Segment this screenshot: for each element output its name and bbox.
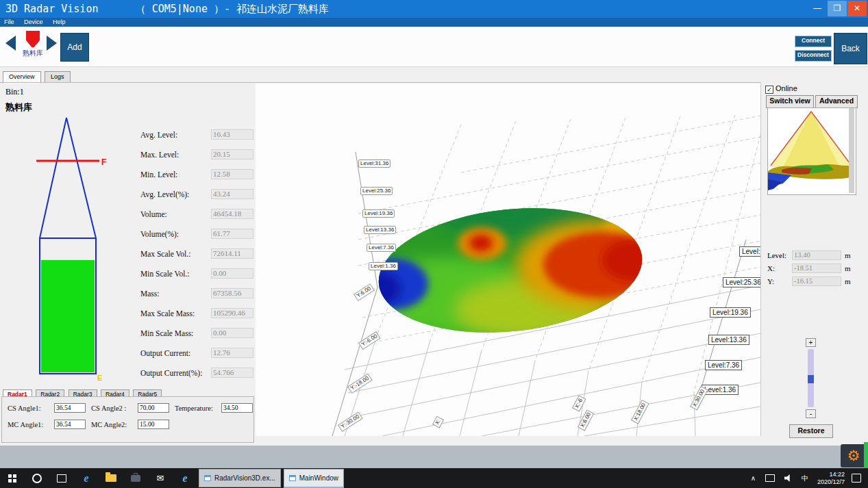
taskbar-app-radarvision[interactable]: RadarVision3D.ex... xyxy=(199,469,281,487)
silo-nav-item[interactable]: 熟料库 xyxy=(21,31,45,58)
silo-nav-label: 熟料库 xyxy=(21,49,45,58)
ie-icon: e xyxy=(182,472,187,485)
silo-diagram: F E xyxy=(31,114,110,382)
field-value: 67358.56 xyxy=(211,288,253,298)
measurement-fields: Avg. Level:16.43m Max. Level:20.15m Min.… xyxy=(140,125,256,383)
disconnect-button[interactable]: Disconnect xyxy=(795,50,832,62)
back-button[interactable]: Back xyxy=(834,33,867,64)
taskbar-app-label: RadarVision3D.ex... xyxy=(214,474,275,482)
field-row: Output Current(%):54.766% xyxy=(140,363,256,383)
speaker-icon[interactable] xyxy=(784,474,792,482)
field-value: 105290.46 xyxy=(211,308,253,318)
coord-label: X: xyxy=(767,264,792,272)
surface-blob xyxy=(357,193,677,347)
level-tick-label: Level:19.36 xyxy=(362,209,395,218)
level-tick-label: Level:1.36 xyxy=(369,262,398,270)
field-label: Volume: xyxy=(140,210,211,218)
start-button[interactable] xyxy=(0,468,25,488)
mail-button[interactable]: ✉ xyxy=(148,468,173,488)
menu-file[interactable]: File xyxy=(0,18,18,27)
mail-icon: ✉ xyxy=(157,473,164,483)
field-row: Min Scale Mass:0.00ton xyxy=(140,323,256,343)
right-panel: ✓Online Switch view Advanced Level:13.40… xyxy=(762,67,868,446)
action-center-icon[interactable] xyxy=(852,474,861,483)
zoom-out-button[interactable]: - xyxy=(806,409,816,418)
mc-angle2-input[interactable] xyxy=(138,420,169,429)
silo-fill-level xyxy=(41,260,95,372)
zoom-slider-handle[interactable] xyxy=(808,375,814,383)
temperature-input[interactable] xyxy=(221,403,253,413)
coord-unit: m xyxy=(845,251,851,259)
level-tick-label: Level:7.36 xyxy=(367,244,396,252)
advanced-button[interactable]: Advanced xyxy=(815,95,858,108)
silo-preview-thumbnail[interactable] xyxy=(767,107,856,195)
field-label: Avg. Level: xyxy=(140,131,211,139)
search-button[interactable] xyxy=(25,468,49,488)
online-checkbox[interactable]: ✓ xyxy=(765,86,773,94)
menu-device[interactable]: Device xyxy=(20,18,47,27)
coordinate-fields: Level:13.40m X:-18.51m Y:-16.15m xyxy=(767,248,867,287)
field-value: 46454.18 xyxy=(211,209,253,219)
file-explorer-button[interactable] xyxy=(99,468,123,488)
coord-value: 13.40 xyxy=(792,251,841,260)
zoom-slider-track[interactable] xyxy=(808,349,814,407)
clock-time: 14:22 xyxy=(817,471,845,478)
windows-logo-icon xyxy=(8,474,16,483)
field-row: Min. Level:12.58m xyxy=(140,164,256,184)
plot-3d-view[interactable]: Level:31.36 Level:25.36 Level:19.36 Leve… xyxy=(256,84,761,436)
task-view-button[interactable] xyxy=(49,468,74,488)
search-icon xyxy=(32,474,42,483)
restore-button[interactable]: Restore xyxy=(789,424,833,438)
switch-view-button[interactable]: Switch view xyxy=(766,95,814,108)
add-button[interactable]: Add xyxy=(60,33,89,62)
field-label: Avg. Level(%): xyxy=(140,190,211,198)
screenshot-edge-tab[interactable] xyxy=(864,442,868,470)
field-value: 72614.11 xyxy=(211,248,253,259)
titlebar[interactable]: 3D Radar Vision （ COM5|None ）- 祁连山水泥厂熟料库… xyxy=(0,0,868,18)
window-title: 3D Radar Vision （ COM5|None ）- 祁连山水泥厂熟料库 xyxy=(5,3,329,16)
nav-left-arrow[interactable] xyxy=(5,36,16,51)
clock-date: 2020/12/7 xyxy=(817,478,845,486)
minimize-button[interactable]: — xyxy=(808,1,827,16)
radar-panel: CS Angle1: CS Angle2 : Temperature: MC A… xyxy=(1,396,254,443)
close-button[interactable]: ✕ xyxy=(847,1,867,16)
online-checkbox-row[interactable]: ✓Online xyxy=(765,84,797,94)
field-value: 54.766 xyxy=(211,368,253,378)
system-tray: ∧ 中 14:22 2020/12/7 xyxy=(746,468,868,488)
nav-right-arrow[interactable] xyxy=(47,36,57,51)
field-row: Min Scale Vol.:0.00m^3 xyxy=(140,264,256,283)
field-value: 16.43 xyxy=(211,129,253,140)
field-label: Min Scale Mass: xyxy=(140,329,211,337)
field-row: Max. Level:20.15m xyxy=(140,144,256,164)
mc-angle1-input[interactable] xyxy=(54,420,86,429)
field-row: Mass:67358.56ton xyxy=(140,283,256,303)
task-view-icon xyxy=(57,474,66,483)
field-value: 12.58 xyxy=(211,169,253,179)
app-pinned-button[interactable] xyxy=(123,468,148,488)
coord-value: -18.51 xyxy=(792,264,841,273)
cs-angle1-input[interactable] xyxy=(54,403,86,413)
tab-logs[interactable]: Logs xyxy=(45,71,71,83)
coord-row: X:-18.51m xyxy=(767,261,867,274)
zoom-in-button[interactable]: + xyxy=(806,338,816,347)
taskbar-clock[interactable]: 14:22 2020/12/7 xyxy=(817,471,845,486)
ie-button[interactable]: e xyxy=(173,468,197,488)
field-row: Avg. Level(%):43.24% xyxy=(140,184,256,204)
edge-button[interactable]: e xyxy=(74,468,99,488)
field-value: 61.77 xyxy=(211,229,253,239)
menu-help[interactable]: Help xyxy=(49,18,70,27)
cs-angle2-input[interactable] xyxy=(138,403,169,413)
field-label: Max Scale Mass: xyxy=(140,309,211,318)
taskbar-app-mainwindow[interactable]: MainWindow xyxy=(284,469,344,488)
connect-button[interactable]: Connect xyxy=(795,36,832,47)
maximize-button[interactable]: ❐ xyxy=(828,1,847,16)
menubar: File Device Help xyxy=(0,18,868,27)
ime-indicator[interactable]: 中 xyxy=(802,474,808,483)
screenshot-gear-icon[interactable]: ⚙ xyxy=(841,444,867,467)
level-axis-label: Level:7.36 xyxy=(705,360,742,370)
temperature-label: Temperature: xyxy=(175,404,213,412)
field-label: Max Scale Vol.: xyxy=(140,250,211,258)
tray-expand-caret[interactable]: ∧ xyxy=(751,474,756,482)
silo-preview-image xyxy=(768,108,854,193)
network-icon[interactable] xyxy=(765,474,775,482)
